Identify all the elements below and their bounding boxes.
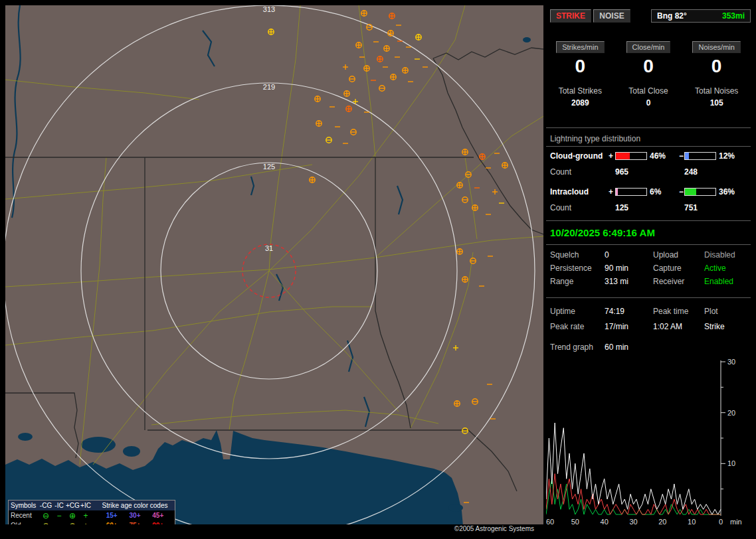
total-strikes-label: Total Strikes: [546, 86, 614, 96]
uptime-value: 74:19: [605, 307, 624, 316]
strike-symbol-cgp: [389, 13, 395, 19]
strike-symbol-cgp: [388, 31, 393, 36]
ring-label: 31: [265, 244, 273, 252]
peak-time-value: 1:02 AM: [653, 322, 682, 331]
strike-symbol-cgp: [344, 91, 349, 96]
legend-row-recent: Recent ⊖ − ⊕ + 15+ 30+ 45+: [9, 510, 175, 520]
legend-age-header: Strike age color codes: [92, 502, 175, 509]
strike-symbol-cgp: [457, 249, 462, 254]
legend-col-neg-cg: -CG: [39, 502, 52, 509]
strike-symbol-cgp: [364, 66, 369, 71]
cloud-ground-row: Cloud-ground + 46% − 12%: [546, 151, 751, 161]
stats-row: Peak rate 17/min 1:02 AM Strike: [546, 322, 756, 333]
strike-symbol-cgp: [457, 183, 462, 188]
minus-icon: −: [52, 512, 66, 520]
lake: [523, 37, 531, 42]
age-30: 30+: [124, 512, 145, 519]
ring-label: 313: [263, 5, 275, 13]
alert-buttons: STRIKE NOISE: [550, 9, 630, 23]
lake: [123, 446, 140, 457]
x-tick-label: 10: [688, 518, 696, 526]
status-panel: STRIKE NOISE Bng 82° 353mi Strikes/min 0…: [546, 0, 756, 539]
cloud-ground-count-row: Count 965 248: [546, 167, 751, 177]
circle-plus-icon: ⊕: [66, 512, 79, 520]
strike-symbol-cgp: [454, 401, 460, 406]
y-tick-label: 20: [727, 409, 735, 417]
plot-label: Plot: [704, 307, 718, 316]
y-tick-label: 10: [727, 459, 735, 467]
x-tick-label: 0: [719, 518, 723, 526]
close-per-min-value: 0: [614, 56, 683, 77]
cg-negative-count: 248: [684, 167, 698, 177]
x-tick-label: 30: [629, 518, 637, 526]
legend-col-pos-ic: +IC: [79, 502, 92, 509]
minus-sign: −: [679, 187, 684, 196]
uptime-label: Uptime: [550, 307, 575, 316]
cg-positive-pct: 46%: [650, 151, 666, 161]
strike-symbol-cgp: [268, 29, 274, 35]
settings-row: Range 313 mi Receiver Enabled: [546, 277, 756, 287]
age-45: 45+: [147, 512, 169, 519]
minus-sign: −: [679, 151, 684, 161]
intracloud-count-row: Count 125 751: [546, 203, 751, 212]
strike-symbol-cgp: [310, 177, 315, 183]
legend-col-pos-cg: +CG: [66, 502, 79, 509]
x-tick-label: 60: [546, 518, 554, 526]
ic-negative-bar: [684, 188, 716, 196]
lightning-map[interactable]: 31321912531 Symbols -CG -IC +CG +IC Stri…: [5, 5, 543, 533]
copyright: ©2005 Astrogenic Systems: [5, 524, 543, 533]
divider: [546, 146, 751, 147]
ic-negative-pct: 36%: [719, 187, 735, 196]
noise-button[interactable]: NOISE: [593, 9, 630, 23]
strike-button[interactable]: STRIKE: [550, 9, 591, 23]
datetime-display: 10/20/2025 6:49:16 AM: [550, 227, 655, 238]
total-close-label: Total Close: [614, 86, 683, 96]
plus-sign: +: [609, 151, 613, 161]
trend-graph: 1020306050403020100min: [546, 357, 756, 539]
strike-symbol-cgp: [316, 121, 322, 126]
bearing-value: Bng 82°: [657, 11, 687, 21]
strike-symbol-cgp: [480, 154, 485, 159]
settings-row: Squelch 0 Upload Disabled: [546, 250, 756, 261]
ic-positive-pct: 6%: [650, 187, 661, 196]
legend-symbols-header: Symbols: [9, 502, 39, 509]
strike-symbol-cgp: [462, 149, 468, 155]
peak-time-label: Peak time: [653, 307, 688, 316]
total-strikes-value: 2089: [546, 98, 614, 108]
strike-symbol-cgp: [315, 96, 320, 102]
ic-negative-count: 751: [684, 203, 698, 212]
x-unit-label: min: [730, 518, 742, 526]
legend-col-neg-ic: -IC: [52, 502, 66, 509]
strike-symbol-cgp: [377, 56, 383, 62]
peak-rate-value: 17/min: [605, 322, 628, 331]
x-tick-label: 50: [571, 518, 579, 526]
settings-row: Persistence 90 min Capture Active: [546, 264, 756, 274]
circle-minus-icon: ⊖: [39, 512, 52, 520]
plus-sign: +: [609, 187, 613, 196]
trend-window-value: 60 min: [605, 343, 628, 352]
trend-series-noises: [546, 474, 721, 514]
ring-label: 219: [263, 83, 275, 91]
ic-positive-count: 125: [615, 203, 628, 212]
total-noises-label: Total Noises: [682, 86, 751, 96]
plus-icon: +: [79, 512, 92, 520]
strike-symbol-cgp: [391, 74, 396, 80]
strike-symbol-cgp: [462, 277, 468, 282]
map-canvas[interactable]: 31321912531: [5, 5, 543, 533]
trend-graph-label: Trend graph: [550, 343, 593, 352]
plot-value: Strike: [704, 322, 725, 331]
age-15: 15+: [101, 512, 122, 519]
divider: [546, 244, 751, 245]
strikes-per-min-value: 0: [546, 56, 614, 77]
cg-negative-pct: 12%: [719, 151, 735, 161]
lake: [448, 504, 463, 512]
divider: [546, 127, 751, 128]
close-per-min-label: Close/min: [626, 41, 671, 53]
strike-symbol-cgp: [502, 163, 508, 168]
intracloud-row: Intracloud + 6% − 36%: [546, 187, 751, 196]
distance-value: 353mi: [722, 11, 745, 21]
x-tick-label: 20: [658, 518, 666, 526]
lake: [18, 433, 33, 441]
trend-header: Trend graph 60 min: [546, 343, 756, 353]
noises-per-min-value: 0: [682, 56, 751, 77]
